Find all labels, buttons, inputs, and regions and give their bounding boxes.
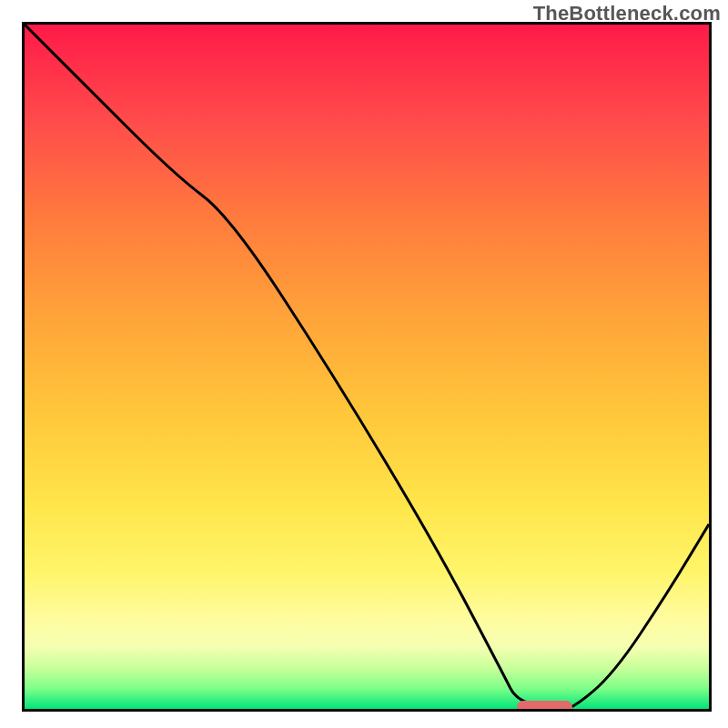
optimal-range-marker bbox=[517, 701, 571, 712]
chart-container: TheBottleneck.com bbox=[0, 0, 728, 728]
bottleneck-curve bbox=[25, 25, 709, 709]
plot-frame bbox=[22, 22, 712, 712]
